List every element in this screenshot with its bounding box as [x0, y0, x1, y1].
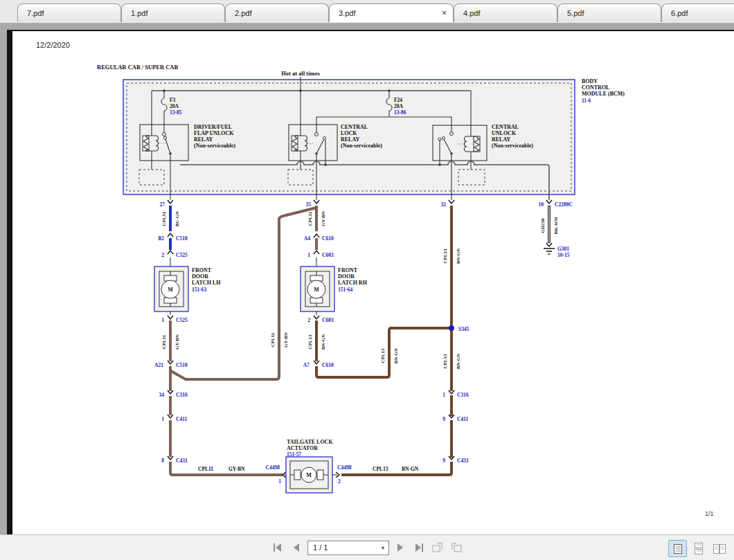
latch-lh-label-1: FRONT: [192, 267, 212, 273]
splice-s345-label: S345: [458, 326, 469, 332]
tab-3pdf-active[interactable]: 3.pdf ×: [329, 3, 454, 22]
fuse-f24-ref: 13-86: [394, 109, 406, 116]
continuous-view-icon: [695, 543, 702, 548]
wire-label-cpl11: CPL11: [161, 334, 167, 349]
tab-6pdf[interactable]: 6.pdf: [661, 3, 734, 22]
viewer-toolbar: 1 / 1 ▼: [0, 534, 734, 560]
facing-pages-view-button[interactable]: [710, 540, 728, 557]
first-page-button[interactable]: [270, 540, 285, 555]
viewer-left-gutter: [0, 30, 7, 534]
previous-page-button[interactable]: [289, 540, 304, 555]
single-page-view-button[interactable]: [668, 540, 687, 557]
latch-rh-label-3: LATCH RH: [338, 280, 368, 286]
wire-label-gd238: GD238: [540, 218, 546, 233]
connector-pin: 1: [307, 252, 310, 258]
connector-pin: 1: [161, 416, 164, 422]
continuous-view-button[interactable]: [689, 540, 708, 557]
front-door-latch-lh: M FRONT DOOR LATCH LH 151-63 1 C525: [154, 267, 221, 323]
cab-heading: REGULAR CAB / SUPER CAB: [97, 64, 178, 71]
relay1-label-1: DRIVER/FUEL: [194, 124, 232, 130]
motor-symbol: M: [314, 287, 319, 293]
bcm-label-2: CONTROL: [582, 84, 609, 91]
motor-symbol: M: [306, 472, 312, 478]
connector-pin: 9: [442, 416, 445, 422]
next-view-button[interactable]: [449, 540, 464, 555]
wire-label-cpl13: CPL13: [442, 249, 448, 264]
tailgate-label-1: TAILGATE LOCK: [287, 439, 333, 445]
wire-label-cpl13: CPL13: [442, 354, 448, 369]
doc-date: 12/2/2020: [36, 41, 70, 49]
wire-cpl51-bu-gn: CPL51 BU-GN B2 C510 2 C525: [158, 206, 188, 267]
tab-close-icon[interactable]: ×: [442, 4, 447, 22]
tab-7pdf[interactable]: 7.pdf: [17, 3, 121, 22]
wire-label-bn-gn: BN-GN: [456, 249, 461, 264]
connector-pin: 2: [307, 317, 310, 323]
previous-page-icon: [294, 543, 299, 552]
next-page-icon: [397, 543, 403, 552]
connector-pin: 1: [442, 392, 445, 398]
fuse-f3-amp: 20A: [170, 103, 179, 109]
tab-4pdf[interactable]: 4.pdf: [454, 3, 557, 22]
pdf-page: 12/2/2020 REGULAR CAB / SUPER CAB Hot at…: [12, 31, 734, 534]
connector-name: C316: [457, 392, 469, 398]
connector-name: C316: [176, 392, 188, 398]
wire-label-gy-bn: GY-BN: [321, 211, 326, 226]
pin-35: 35: [306, 201, 312, 208]
relay1-label-3: RELAY: [194, 136, 213, 143]
connector-pin: B2: [158, 235, 164, 242]
wire-label-gy-bn: GY-BN: [229, 466, 245, 472]
tab-5pdf[interactable]: 5.pdf: [557, 3, 661, 22]
tab-label: 6.pdf: [671, 9, 688, 17]
wire-label-bn-gn: BN-GN: [393, 348, 399, 364]
connector-name: C411: [457, 416, 469, 422]
connector-name: C603: [322, 252, 334, 258]
relay1-label-2: FLAP UNLOCK: [194, 130, 234, 136]
relay2-label-1: CENTRAL: [341, 124, 368, 130]
relay1-label-4: (Non-serviceable): [194, 143, 235, 149]
fuse-f3-ref: 13-85: [170, 109, 182, 116]
connector-pin: A7: [303, 362, 310, 368]
first-page-icon: [274, 543, 275, 552]
wire-label-cpl13: CPL13: [373, 466, 388, 472]
pin-32: 32: [441, 201, 447, 208]
latch-rh-label-2: DOOR: [338, 273, 355, 280]
relay3-label-2: UNLOCK: [492, 130, 517, 136]
connector-name: C510: [176, 362, 188, 368]
bcm-label-3: MODULE (BCM): [582, 91, 625, 97]
relay2-label-2: LOCK: [341, 130, 357, 136]
tab-bar: 7.pdf 1.pdf 2.pdf 3.pdf × 4.pdf 5.pdf 6.…: [0, 0, 734, 23]
connector-name: C431: [176, 458, 188, 464]
connector-pin: 8: [161, 458, 164, 464]
ground-ref: 10-15: [557, 252, 570, 258]
connector-name: C510: [176, 235, 188, 242]
last-page-button[interactable]: [411, 540, 427, 555]
previous-view-button[interactable]: [430, 540, 445, 555]
tab-1pdf[interactable]: 1.pdf: [121, 3, 225, 22]
connector-name: C431: [457, 458, 469, 464]
connector-pin: A4: [304, 235, 310, 242]
page-dropdown-caret-icon[interactable]: ▼: [377, 541, 388, 554]
last-page-icon: [415, 543, 421, 552]
latch-lh-ref: 151-63: [192, 287, 206, 293]
connector-name: C525: [176, 317, 188, 323]
relay2-label-4: (Non-serviceable): [341, 143, 382, 149]
connector-name: C4498: [337, 464, 352, 471]
splice-s345-dot: [449, 325, 454, 331]
ground-name: G301: [557, 246, 569, 252]
connector-pin: A21: [154, 362, 163, 368]
pin-10: 10: [539, 201, 544, 208]
wire-label-bn-gn: BN-GN: [402, 466, 419, 472]
connector-pin: 9: [442, 458, 445, 464]
tab-2pdf[interactable]: 2.pdf: [225, 3, 329, 22]
next-page-button[interactable]: [393, 540, 408, 555]
document-viewer: 12/2/2020 REGULAR CAB / SUPER CAB Hot at…: [0, 30, 734, 534]
ground-symbol: [544, 249, 555, 254]
connector-name: C4498: [266, 464, 280, 471]
wire-label-cpl13: CPL13: [307, 334, 313, 350]
page-layout-buttons: [668, 540, 728, 557]
wire-label-cpl11: CPL11: [270, 332, 276, 347]
connector-pin: 34: [159, 392, 165, 398]
next-view-icon: [454, 545, 461, 552]
page-number-field[interactable]: 1 / 1 ▼: [307, 541, 389, 555]
fuse-f24-name: F24: [394, 97, 402, 103]
